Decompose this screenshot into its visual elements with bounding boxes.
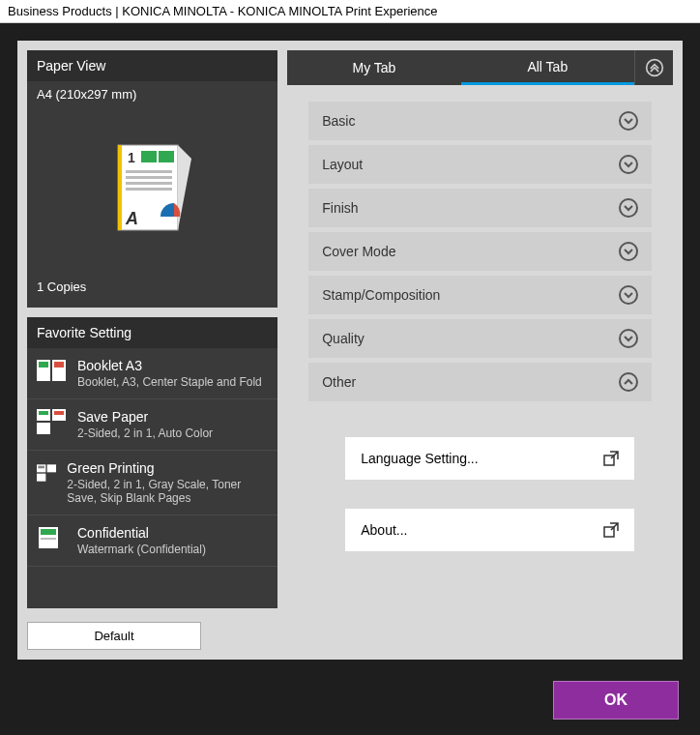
section-label: Basic — [322, 113, 355, 129]
section-label: Quality — [322, 331, 365, 346]
favorite-title: Save Paper — [77, 409, 213, 425]
svg-rect-3 — [141, 151, 157, 162]
section-stamp-composition[interactable]: Stamp/Composition — [308, 276, 652, 314]
about-label: About... — [361, 522, 407, 538]
svg-rect-6 — [126, 176, 172, 179]
chevron-up-icon — [619, 372, 638, 392]
right-column: My Tab All Tab Basic Layout Finish — [287, 50, 673, 650]
favorite-title: Green Printing — [67, 460, 268, 476]
svg-rect-5 — [126, 170, 172, 173]
section-finish[interactable]: Finish — [308, 189, 652, 227]
favorite-item-save-paper[interactable]: Save Paper 2-Sided, 2 in 1, Auto Color — [27, 399, 277, 451]
svg-rect-8 — [126, 188, 172, 191]
svg-rect-20 — [47, 464, 56, 472]
app-frame: Paper View A4 (210x297 mm) 1 — [0, 23, 700, 735]
section-label: Stamp/Composition — [322, 287, 440, 303]
green-printing-icon — [37, 460, 57, 485]
scroll-top-button[interactable] — [634, 50, 673, 85]
svg-rect-22 — [38, 466, 44, 469]
chevron-down-icon — [619, 155, 638, 174]
favorite-settings-panel: Favorite Setting Booklet A3 Booklet, A3,… — [27, 317, 277, 608]
section-label: Other — [322, 374, 356, 390]
tab-bar: My Tab All Tab — [287, 50, 673, 85]
svg-text:A: A — [125, 209, 138, 228]
paper-size-label: A4 (210x297 mm) — [27, 81, 277, 107]
default-button[interactable]: Default — [27, 622, 201, 650]
paper-view-panel: Paper View A4 (210x297 mm) 1 — [27, 50, 277, 308]
svg-rect-16 — [37, 423, 50, 434]
svg-rect-24 — [41, 529, 56, 535]
section-label: Cover Mode — [322, 244, 395, 259]
language-setting-button[interactable]: Language Setting... — [345, 437, 634, 480]
chevron-down-icon — [619, 111, 638, 131]
favorite-title: Confidential — [77, 525, 206, 541]
section-label: Finish — [322, 200, 358, 216]
chevron-down-icon — [619, 285, 638, 305]
sections-list: Basic Layout Finish Cover Mode Stamp/Com… — [287, 85, 673, 580]
svg-rect-13 — [54, 362, 64, 368]
svg-rect-7 — [126, 182, 172, 185]
svg-rect-12 — [39, 362, 48, 368]
section-quality[interactable]: Quality — [308, 319, 652, 358]
favorite-item-green-printing[interactable]: Green Printing 2-Sided, 2 in 1, Gray Sca… — [27, 451, 277, 515]
chevron-down-icon — [619, 198, 638, 218]
confidential-icon — [37, 525, 68, 550]
other-subitems: Language Setting... About... — [287, 406, 673, 551]
window-title: Business Products | KONICA MINOLTA - KON… — [0, 0, 700, 23]
svg-rect-4 — [159, 151, 174, 162]
save-paper-icon — [37, 409, 68, 434]
copies-label: 1 Copies — [27, 272, 277, 308]
left-column: Paper View A4 (210x297 mm) 1 — [27, 50, 277, 650]
booklet-icon — [37, 358, 68, 383]
favorite-item-confidential[interactable]: Confidential Watermark (Confidential) — [27, 515, 277, 567]
language-setting-label: Language Setting... — [361, 451, 478, 466]
chevron-down-icon — [619, 329, 638, 348]
favorite-desc: Watermark (Confidential) — [77, 543, 206, 556]
favorite-title: Booklet A3 — [77, 358, 262, 373]
popout-icon — [603, 451, 619, 466]
svg-text:1: 1 — [128, 150, 135, 165]
paper-view-header: Paper View — [27, 50, 277, 81]
svg-rect-1 — [118, 145, 122, 230]
svg-rect-21 — [37, 474, 45, 482]
section-basic[interactable]: Basic — [308, 102, 652, 140]
section-other[interactable]: Other — [308, 363, 652, 401]
tab-my-tab[interactable]: My Tab — [287, 50, 460, 85]
favorite-desc: 2-Sided, 2 in 1, Gray Scale, Toner Save,… — [67, 478, 268, 505]
main-panel: Paper View A4 (210x297 mm) 1 — [17, 41, 683, 660]
paper-preview: 1 A — [27, 107, 277, 272]
svg-rect-18 — [54, 411, 64, 415]
favorite-desc: 2-Sided, 2 in 1, Auto Color — [77, 426, 213, 440]
chevron-down-icon — [619, 242, 638, 261]
tab-all-tab[interactable]: All Tab — [461, 50, 634, 85]
scroll-top-icon — [645, 58, 664, 77]
favorite-item-booklet[interactable]: Booklet A3 Booklet, A3, Center Staple an… — [27, 348, 277, 399]
document-preview-icon: 1 A — [114, 141, 191, 238]
about-button[interactable]: About... — [345, 509, 634, 551]
favorite-desc: Booklet, A3, Center Staple and Fold — [77, 375, 262, 389]
section-label: Layout — [322, 157, 363, 172]
ok-button[interactable]: OK — [553, 681, 679, 720]
favorite-header: Favorite Setting — [27, 317, 277, 348]
popout-icon — [603, 522, 619, 538]
section-cover-mode[interactable]: Cover Mode — [308, 232, 652, 271]
svg-rect-17 — [39, 411, 48, 415]
section-layout[interactable]: Layout — [308, 145, 652, 184]
